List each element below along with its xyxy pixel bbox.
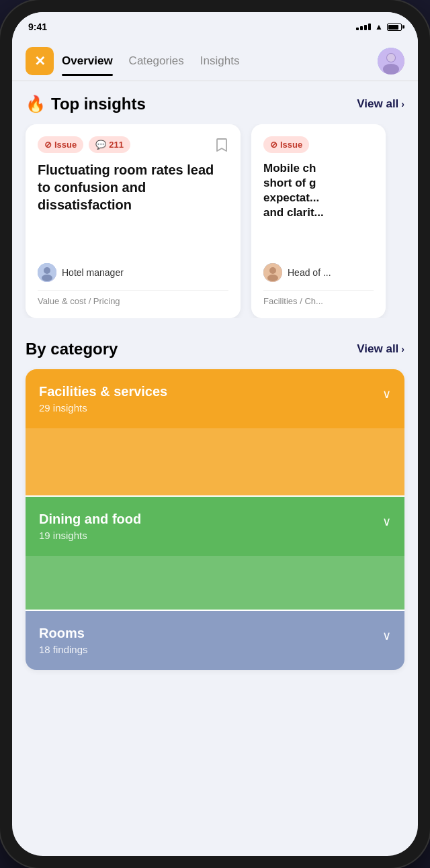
category-cards: Facilities & services 29 insights ∨ Dini… (26, 369, 404, 670)
count-label: 211 (109, 140, 124, 150)
issue-icon-2: ⊘ (270, 140, 277, 150)
signal-bar-4 (368, 23, 371, 30)
facilities-expanded (26, 428, 404, 495)
author-avatar (38, 263, 56, 282)
signal-bar-1 (356, 28, 359, 30)
author-name-2: Head of ... (288, 267, 331, 278)
issue-tag-2: ⊘ Issue (263, 136, 309, 153)
nav-bar: ✕ Overview Categories Insights (12, 42, 418, 78)
author-avatar-2 (263, 263, 282, 282)
dining-expanded (26, 556, 404, 610)
main-content: 🔥 Top insights View all › ⊘ Issue (12, 81, 418, 856)
by-category-header: By category View all › (26, 340, 404, 358)
card-2-spacer (263, 228, 374, 255)
category-facilities[interactable]: Facilities & services 29 insights ∨ (26, 369, 404, 428)
category-dining[interactable]: Dining and food 19 insights ∨ (26, 497, 404, 556)
by-category-section: By category View all › Facilities & serv… (26, 340, 404, 670)
category-dining-info: Dining and food 19 insights (39, 512, 141, 541)
svg-point-3 (387, 54, 395, 62)
by-category-view-all[interactable]: View all › (357, 342, 404, 356)
status-icons: ▲ (356, 22, 402, 32)
battery-fill (388, 25, 398, 30)
facilities-name: Facilities & services (39, 384, 167, 399)
top-insights-label: Top insights (51, 95, 146, 113)
status-bar: 9:41 ▲ (12, 12, 418, 42)
dining-count: 19 insights (39, 530, 141, 541)
category-facilities-info: Facilities & services 29 insights (39, 384, 167, 414)
phone-screen: 9:41 ▲ ✕ Overview Categori (12, 12, 418, 856)
avatar[interactable] (378, 48, 404, 75)
insight-card-2[interactable]: ⊘ Issue Mobile chshort of gexpectat...an… (251, 124, 386, 318)
card-1-tags: ⊘ Issue 💬 211 ⊘ (38, 136, 228, 153)
view-all-label: View all (357, 97, 398, 111)
status-time: 9:41 (28, 21, 47, 32)
rooms-chevron-icon: ∨ (382, 628, 391, 643)
category-rooms[interactable]: Rooms 18 findings ∨ (26, 611, 404, 670)
svg-point-9 (267, 275, 278, 281)
fire-icon: 🔥 (26, 95, 46, 113)
issue-icon: ⊘ (44, 140, 52, 150)
wifi-icon: ▲ (375, 22, 383, 32)
card-2-meta: Facilities / Ch... (263, 290, 374, 306)
card-2-title: Mobile chshort of gexpectat...and clarit… (263, 161, 374, 220)
chevron-right-icon: › (401, 99, 404, 109)
insight-card-1[interactable]: ⊘ Issue 💬 211 ⊘ Fluctuating room rates l… (26, 124, 241, 318)
by-category-title: By category (26, 340, 118, 358)
rooms-name: Rooms (39, 626, 88, 641)
card-1-spacer (38, 222, 228, 255)
app-logo[interactable]: ✕ (26, 47, 54, 75)
card-2-tags: ⊘ Issue (263, 136, 374, 153)
tab-overview[interactable]: Overview (62, 52, 113, 70)
chat-icon: 💬 (95, 140, 106, 150)
dining-name: Dining and food (39, 512, 141, 527)
svg-point-8 (269, 267, 276, 274)
tab-categories[interactable]: Categories (129, 52, 184, 70)
issue-label-2: Issue (280, 140, 302, 150)
bookmark-svg[interactable] (215, 138, 228, 152)
issue-label: Issue (54, 140, 77, 150)
phone-frame: 9:41 ▲ ✕ Overview Categori (0, 0, 430, 868)
count-tag: 💬 211 (89, 136, 130, 153)
card-2-author: Head of ... (263, 263, 374, 282)
dining-chevron-icon: ∨ (382, 514, 391, 529)
nav-tabs: Overview Categories Insights (62, 52, 378, 70)
facilities-chevron-icon: ∨ (382, 387, 391, 401)
insight-cards-container: ⊘ Issue 💬 211 ⊘ Fluctuating room rates l… (12, 124, 418, 318)
logo-icon: ✕ (34, 53, 46, 69)
issue-tag: ⊘ Issue (38, 136, 83, 153)
signal-bar-3 (364, 25, 367, 30)
rooms-count: 18 findings (39, 644, 88, 655)
top-insights-header: 🔥 Top insights View all › (26, 95, 404, 113)
category-rooms-info: Rooms 18 findings (39, 626, 88, 655)
card-1-title: Fluctuating room rates lead to confusion… (38, 161, 228, 213)
top-insights-title: 🔥 Top insights (26, 95, 146, 113)
top-insights-view-all[interactable]: View all › (357, 97, 404, 111)
by-category-label: By category (26, 340, 118, 358)
author-name: Hotel manager (62, 267, 124, 278)
card-1-meta: Value & cost / Pricing (38, 290, 228, 306)
view-all-label-2: View all (357, 342, 398, 356)
svg-point-5 (44, 267, 50, 274)
svg-point-6 (42, 275, 52, 281)
signal-bar-2 (360, 26, 363, 30)
chevron-right-icon-2: › (401, 344, 404, 354)
card-1-author: Hotel manager (38, 263, 228, 282)
svg-point-2 (383, 64, 399, 75)
tab-insights[interactable]: Insights (200, 52, 240, 70)
facilities-count: 29 insights (39, 402, 167, 414)
battery-icon (387, 23, 402, 31)
avatar-image (378, 48, 404, 75)
